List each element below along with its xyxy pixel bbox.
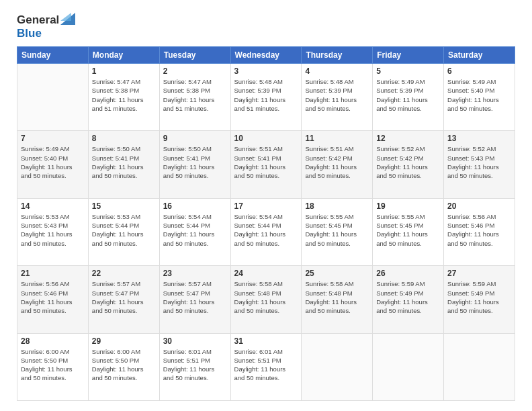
day-number: 25 [305, 269, 369, 278]
calendar-cell: 14Sunrise: 5:53 AM Sunset: 5:43 PM Dayli… [17, 198, 89, 265]
day-number: 12 [376, 134, 440, 143]
day-info: Sunrise: 5:47 AM Sunset: 5:38 PM Dayligh… [163, 77, 227, 113]
day-number: 2 [163, 66, 227, 76]
day-info: Sunrise: 5:53 AM Sunset: 5:43 PM Dayligh… [21, 212, 85, 248]
weekday-header: Monday [88, 47, 159, 64]
day-info: Sunrise: 5:52 AM Sunset: 5:43 PM Dayligh… [447, 144, 511, 180]
calendar-cell: 20Sunrise: 5:56 AM Sunset: 5:46 PM Dayli… [444, 198, 515, 265]
day-number: 8 [92, 134, 156, 143]
day-info: Sunrise: 5:48 AM Sunset: 5:39 PM Dayligh… [234, 77, 298, 113]
calendar-cell: 29Sunrise: 6:00 AM Sunset: 5:50 PM Dayli… [88, 333, 159, 400]
logo-general: General [17, 13, 59, 27]
calendar-cell: 19Sunrise: 5:55 AM Sunset: 5:45 PM Dayli… [373, 198, 444, 265]
day-info: Sunrise: 5:58 AM Sunset: 5:48 PM Dayligh… [234, 279, 298, 315]
day-number: 7 [21, 134, 85, 143]
page: General Blue SundayMondayTuesdayWednesda… [0, 0, 532, 411]
day-number: 23 [163, 269, 227, 278]
logo: General Blue [17, 13, 75, 40]
day-number: 5 [376, 66, 440, 76]
logo-arrow-icon [60, 13, 75, 25]
calendar-cell: 16Sunrise: 5:54 AM Sunset: 5:44 PM Dayli… [159, 198, 230, 265]
day-number: 24 [234, 269, 298, 278]
calendar-cell: 3Sunrise: 5:48 AM Sunset: 5:39 PM Daylig… [230, 64, 302, 131]
calendar-cell: 8Sunrise: 5:50 AM Sunset: 5:41 PM Daylig… [88, 131, 159, 198]
day-info: Sunrise: 5:49 AM Sunset: 5:40 PM Dayligh… [21, 144, 85, 180]
day-number: 9 [163, 134, 227, 143]
calendar-cell: 23Sunrise: 5:57 AM Sunset: 5:47 PM Dayli… [159, 266, 230, 333]
day-number: 10 [234, 134, 298, 143]
calendar-cell: 4Sunrise: 5:48 AM Sunset: 5:39 PM Daylig… [302, 64, 373, 131]
calendar-cell: 27Sunrise: 5:59 AM Sunset: 5:49 PM Dayli… [444, 266, 515, 333]
calendar-cell: 13Sunrise: 5:52 AM Sunset: 5:43 PM Dayli… [444, 131, 515, 198]
calendar-header-row: SundayMondayTuesdayWednesdayThursdayFrid… [17, 47, 515, 64]
day-number: 14 [21, 201, 85, 211]
day-info: Sunrise: 5:54 AM Sunset: 5:44 PM Dayligh… [163, 212, 227, 248]
weekday-header: Thursday [302, 47, 373, 64]
weekday-header: Tuesday [159, 47, 230, 64]
day-number: 27 [447, 269, 511, 278]
day-info: Sunrise: 5:59 AM Sunset: 5:49 PM Dayligh… [447, 279, 511, 315]
day-info: Sunrise: 5:51 AM Sunset: 5:42 PM Dayligh… [305, 144, 369, 180]
day-info: Sunrise: 5:50 AM Sunset: 5:41 PM Dayligh… [92, 144, 156, 180]
day-info: Sunrise: 6:01 AM Sunset: 5:51 PM Dayligh… [234, 347, 298, 383]
day-number: 30 [163, 336, 227, 346]
calendar-cell: 18Sunrise: 5:55 AM Sunset: 5:45 PM Dayli… [302, 198, 373, 265]
logo-text: General Blue [17, 13, 75, 40]
day-info: Sunrise: 5:49 AM Sunset: 5:40 PM Dayligh… [447, 77, 511, 113]
day-info: Sunrise: 5:55 AM Sunset: 5:45 PM Dayligh… [305, 212, 369, 248]
header: General Blue [17, 13, 515, 40]
day-info: Sunrise: 6:00 AM Sunset: 5:50 PM Dayligh… [92, 347, 156, 383]
day-number: 22 [92, 269, 156, 278]
calendar-cell: 10Sunrise: 5:51 AM Sunset: 5:41 PM Dayli… [230, 131, 302, 198]
weekday-header: Friday [373, 47, 444, 64]
calendar-cell: 1Sunrise: 5:47 AM Sunset: 5:38 PM Daylig… [88, 64, 159, 131]
day-info: Sunrise: 5:50 AM Sunset: 5:41 PM Dayligh… [163, 144, 227, 180]
calendar-week-row: 7Sunrise: 5:49 AM Sunset: 5:40 PM Daylig… [17, 131, 515, 198]
calendar-cell: 28Sunrise: 6:00 AM Sunset: 5:50 PM Dayli… [17, 333, 89, 400]
day-number: 21 [21, 269, 85, 278]
calendar-cell: 5Sunrise: 5:49 AM Sunset: 5:39 PM Daylig… [373, 64, 444, 131]
calendar-cell: 24Sunrise: 5:58 AM Sunset: 5:48 PM Dayli… [230, 266, 302, 333]
weekday-header: Sunday [17, 47, 89, 64]
logo-blue: Blue [17, 27, 42, 40]
day-number: 28 [21, 336, 85, 346]
calendar-week-row: 14Sunrise: 5:53 AM Sunset: 5:43 PM Dayli… [17, 198, 515, 265]
calendar-cell: 17Sunrise: 5:54 AM Sunset: 5:44 PM Dayli… [230, 198, 302, 265]
calendar-cell: 22Sunrise: 5:57 AM Sunset: 5:47 PM Dayli… [88, 266, 159, 333]
calendar-cell: 6Sunrise: 5:49 AM Sunset: 5:40 PM Daylig… [444, 64, 515, 131]
calendar-cell [302, 333, 373, 400]
day-info: Sunrise: 5:53 AM Sunset: 5:44 PM Dayligh… [92, 212, 156, 248]
calendar-week-row: 1Sunrise: 5:47 AM Sunset: 5:38 PM Daylig… [17, 64, 515, 131]
calendar-cell: 15Sunrise: 5:53 AM Sunset: 5:44 PM Dayli… [88, 198, 159, 265]
weekday-header: Wednesday [230, 47, 302, 64]
day-info: Sunrise: 5:57 AM Sunset: 5:47 PM Dayligh… [163, 279, 227, 315]
day-info: Sunrise: 5:49 AM Sunset: 5:39 PM Dayligh… [376, 77, 440, 113]
calendar-cell: 7Sunrise: 5:49 AM Sunset: 5:40 PM Daylig… [17, 131, 89, 198]
day-info: Sunrise: 5:54 AM Sunset: 5:44 PM Dayligh… [234, 212, 298, 248]
calendar-table: SundayMondayTuesdayWednesdayThursdayFrid… [17, 46, 515, 401]
calendar-cell: 12Sunrise: 5:52 AM Sunset: 5:42 PM Dayli… [373, 131, 444, 198]
day-number: 19 [376, 201, 440, 211]
day-number: 29 [92, 336, 156, 346]
day-info: Sunrise: 5:52 AM Sunset: 5:42 PM Dayligh… [376, 144, 440, 180]
calendar-cell: 31Sunrise: 6:01 AM Sunset: 5:51 PM Dayli… [230, 333, 302, 400]
day-info: Sunrise: 6:00 AM Sunset: 5:50 PM Dayligh… [21, 347, 85, 383]
day-number: 16 [163, 201, 227, 211]
calendar-week-row: 28Sunrise: 6:00 AM Sunset: 5:50 PM Dayli… [17, 333, 515, 400]
calendar-cell: 2Sunrise: 5:47 AM Sunset: 5:38 PM Daylig… [159, 64, 230, 131]
day-number: 13 [447, 134, 511, 143]
day-number: 26 [376, 269, 440, 278]
day-number: 3 [234, 66, 298, 76]
calendar-cell [373, 333, 444, 400]
calendar-cell: 21Sunrise: 5:56 AM Sunset: 5:46 PM Dayli… [17, 266, 89, 333]
day-number: 6 [447, 66, 511, 76]
calendar-cell [17, 64, 89, 131]
day-info: Sunrise: 5:48 AM Sunset: 5:39 PM Dayligh… [305, 77, 369, 113]
calendar-cell: 9Sunrise: 5:50 AM Sunset: 5:41 PM Daylig… [159, 131, 230, 198]
day-info: Sunrise: 5:55 AM Sunset: 5:45 PM Dayligh… [376, 212, 440, 248]
day-info: Sunrise: 5:59 AM Sunset: 5:49 PM Dayligh… [376, 279, 440, 315]
day-number: 18 [305, 201, 369, 211]
day-info: Sunrise: 5:56 AM Sunset: 5:46 PM Dayligh… [21, 279, 85, 315]
svg-marker-1 [60, 13, 71, 21]
day-info: Sunrise: 5:51 AM Sunset: 5:41 PM Dayligh… [234, 144, 298, 180]
